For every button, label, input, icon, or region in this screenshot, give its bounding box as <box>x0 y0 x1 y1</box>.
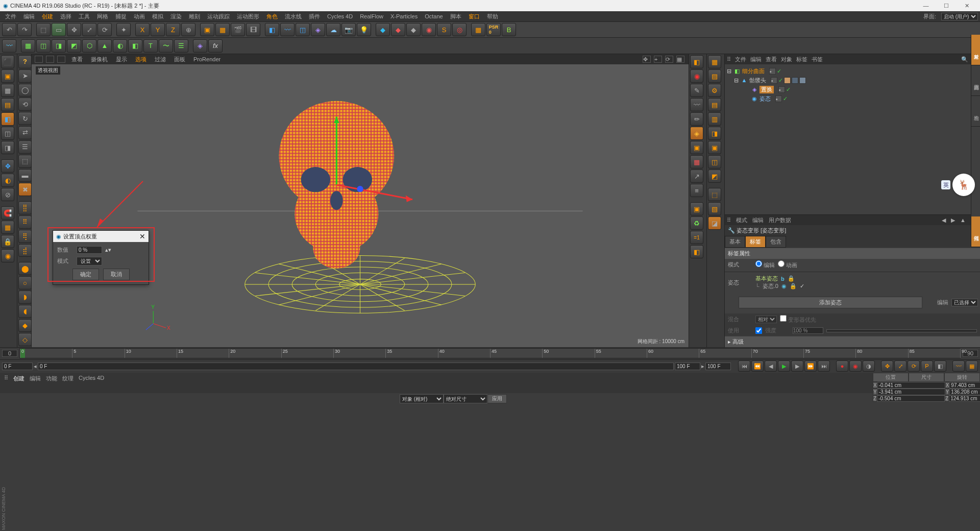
om-obj[interactable]: 对象 <box>781 56 792 63</box>
rc2-icon[interactable]: ◉ <box>690 69 703 83</box>
snap3d-icon[interactable]: ▦ <box>1 221 14 234</box>
fcurve-icon[interactable]: 〰 <box>952 360 965 372</box>
next-frame-icon[interactable]: ▶ <box>791 360 803 372</box>
layout-select[interactable]: 启动 (用户) <box>941 13 978 20</box>
cloth-icon[interactable]: 〰 <box>2 39 16 53</box>
pos-z[interactable] <box>877 395 945 402</box>
vp-layout-icon[interactable]: ▦ <box>676 56 684 63</box>
vp-camera[interactable]: 摄像机 <box>88 55 111 64</box>
rc13-icon[interactable]: =1 <box>690 231 703 244</box>
rc27-icon[interactable]: ▣ <box>708 141 721 154</box>
viewport-solo-icon[interactable]: ⊘ <box>1 188 14 201</box>
mode-edit-radio[interactable]: 编辑 <box>755 260 775 269</box>
sel-filter-icon[interactable]: ◇ <box>18 333 32 346</box>
dopesheet-icon[interactable]: ▦ <box>966 360 978 372</box>
tex-tag-icon[interactable] <box>792 77 798 84</box>
phong-icon[interactable]: ☰ <box>18 140 32 154</box>
text-icon[interactable]: T <box>143 39 158 53</box>
key-rot-icon[interactable]: ⟳ <box>908 360 920 372</box>
menu-sim[interactable]: 模拟 <box>149 12 166 21</box>
mode-anim-radio[interactable]: 动画 <box>778 260 797 269</box>
goto-start-icon[interactable]: ⏮ <box>738 360 750 372</box>
menu-xp[interactable]: X-Particles <box>387 12 421 20</box>
menu-realflow[interactable]: RealFlow <box>357 12 386 20</box>
ring-sel-icon[interactable]: ↻ <box>18 112 32 125</box>
vp-nav2-icon[interactable] <box>46 56 54 63</box>
menu-script[interactable]: 脚本 <box>447 12 464 21</box>
coord-sys-icon[interactable]: ⊕ <box>181 23 195 36</box>
tweak-icon[interactable]: ◐ <box>1 174 14 187</box>
mode-select[interactable]: 设置 <box>77 257 102 266</box>
tree-leaf1[interactable]: 置换 <box>760 86 774 93</box>
am-up-icon[interactable]: ▲ <box>960 217 966 223</box>
menu-pipeline[interactable]: 流水线 <box>282 12 305 21</box>
effector-icon[interactable]: ◈ <box>193 39 207 53</box>
point-mode-icon[interactable]: ◧ <box>1 112 14 126</box>
pose-tag-icon[interactable] <box>799 77 806 84</box>
spline-icon[interactable]: 〰 <box>280 23 295 36</box>
tag-icon[interactable]: ▪ <box>769 68 776 75</box>
pose-base-row[interactable]: 基本姿态 b 🔒 <box>755 275 977 282</box>
menu-select[interactable]: 选择 <box>57 12 75 21</box>
play-icon[interactable]: ▶ <box>778 360 790 372</box>
show-sel-icon[interactable]: ◖ <box>18 305 32 318</box>
am-next-icon[interactable]: ▶ <box>951 217 955 224</box>
key-scale-icon[interactable]: ⤢ <box>894 360 906 372</box>
menu-sculpt[interactable]: 雕刻 <box>186 12 203 21</box>
deformer-icon[interactable]: ◈ <box>311 23 325 36</box>
scale-icon[interactable]: ⤢ <box>82 23 96 36</box>
sel-set-icon[interactable]: ◆ <box>18 319 32 332</box>
rc25-icon[interactable]: ▥ <box>708 112 721 126</box>
current-frame-field[interactable] <box>38 363 674 370</box>
rc6-icon[interactable]: ◈ <box>690 127 703 140</box>
object-tree[interactable]: ⊟ ◧ 细分曲面 ▪✓ ⊟ ▲ 骷髅头 ▪✓ ◈ <box>725 64 980 214</box>
menu-mograph[interactable]: 运动图形 <box>234 12 262 21</box>
tab-basic[interactable]: 基本 <box>725 236 745 248</box>
tree-expand-icon[interactable]: ⊟ <box>727 68 732 75</box>
rc1-icon[interactable]: ◧ <box>690 55 703 68</box>
tag3-icon[interactable]: ▪ <box>778 86 785 93</box>
mtab-cycles[interactable]: Cycles 4D <box>79 375 104 391</box>
add-pose-button[interactable]: 添加姿态 <box>739 297 922 308</box>
tree-leaf2[interactable]: 姿态 <box>760 95 771 103</box>
snap-icon[interactable]: 🧲 <box>1 206 14 220</box>
rc29-icon[interactable]: ◩ <box>708 170 721 183</box>
mtab-edit[interactable]: 编辑 <box>30 375 41 391</box>
rec-icon[interactable]: ● <box>836 360 848 372</box>
om-file[interactable]: 文件 <box>735 56 746 63</box>
side-struct[interactable]: 构造 <box>971 96 980 127</box>
bodypaint-icon[interactable]: B <box>502 23 516 36</box>
edit-select[interactable]: 已选择 <box>951 299 978 306</box>
menu-anim[interactable]: 动画 <box>131 12 148 21</box>
key-pos-icon[interactable]: ✥ <box>881 360 893 372</box>
am-prev-icon[interactable]: ◀ <box>942 217 946 224</box>
goto-end-icon[interactable]: ⏭ <box>818 360 830 372</box>
rc5-icon[interactable]: ✏ <box>690 112 703 126</box>
render-pv-icon[interactable]: 🎞 <box>246 23 260 36</box>
tag2-icon[interactable]: ▪ <box>771 77 777 84</box>
axis-y-icon[interactable]: Y <box>151 23 165 36</box>
lock-icon[interactable]: 🔒 <box>1 235 14 248</box>
om-search-icon[interactable]: 🔍 <box>961 56 968 63</box>
edge-mode-icon[interactable]: ◫ <box>1 127 14 140</box>
sel-inv-icon[interactable]: ⢿ <box>18 230 32 243</box>
close-button[interactable]: ✕ <box>957 0 977 11</box>
min-button[interactable]: — <box>916 0 936 11</box>
om-edit[interactable]: 编辑 <box>750 56 762 63</box>
env-icon[interactable]: ☁ <box>326 23 340 36</box>
cancel-button[interactable]: 取消 <box>103 269 130 280</box>
mograph3-icon[interactable]: ◨ <box>52 39 66 53</box>
menu-octane[interactable]: Octane <box>422 12 446 20</box>
rc9-icon[interactable]: ↗ <box>690 170 703 183</box>
size-z[interactable] <box>949 395 980 402</box>
menu-mesh[interactable]: 网格 <box>94 12 111 21</box>
pos-y[interactable] <box>877 389 945 395</box>
help-icon[interactable]: ? <box>18 55 32 68</box>
sel-all-icon[interactable]: ⣿ <box>18 201 32 214</box>
tree-expand2-icon[interactable]: ⊟ <box>734 77 739 84</box>
vp-panel[interactable]: 面板 <box>171 55 188 64</box>
shrink-sel-icon[interactable]: ○ <box>18 276 32 289</box>
texturemode-icon[interactable]: ▦ <box>1 84 14 97</box>
menu-edit[interactable]: 编辑 <box>20 12 38 21</box>
menu-tools[interactable]: 工具 <box>76 12 93 21</box>
